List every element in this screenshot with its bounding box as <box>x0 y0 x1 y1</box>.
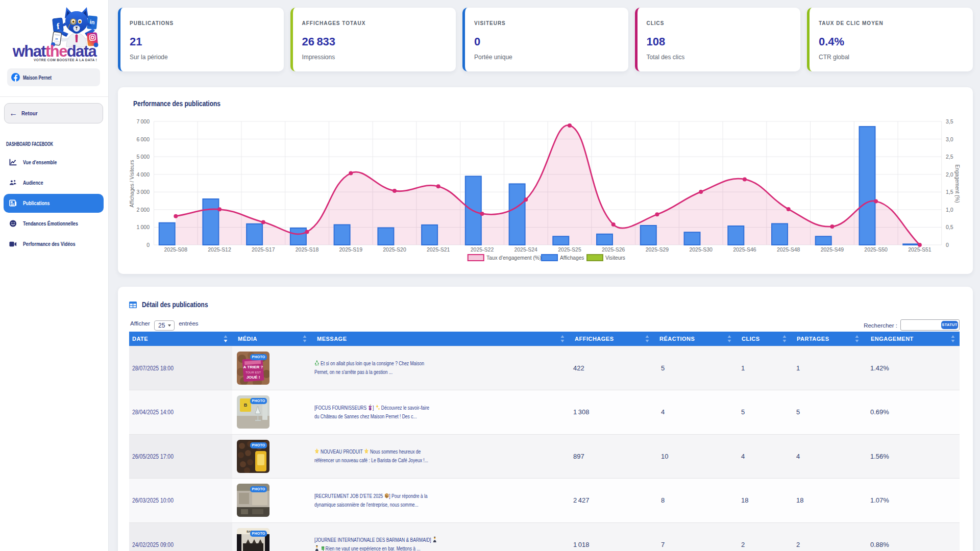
svg-text:0: 0 <box>946 242 949 248</box>
svg-text:2025-S51: 2025-S51 <box>908 246 932 253</box>
svg-text:JOUÉ !: JOUÉ ! <box>247 375 260 380</box>
svg-text:2025-S46: 2025-S46 <box>733 246 756 253</box>
svg-text:A TRIER ?: A TRIER ? <box>243 365 263 369</box>
svg-text:4 000: 4 000 <box>137 171 150 178</box>
svg-text:2025-S48: 2025-S48 <box>777 246 800 253</box>
svg-text:Affichages: Affichages <box>560 255 584 261</box>
svg-text:2,0: 2,0 <box>946 171 953 178</box>
svg-text:Visiteurs: Visiteurs <box>605 255 625 261</box>
svg-text:0,5: 0,5 <box>946 224 953 230</box>
svg-text:2025-S22: 2025-S22 <box>471 246 494 253</box>
svg-text:3 000: 3 000 <box>137 189 150 195</box>
svg-text:7 000: 7 000 <box>137 118 150 124</box>
svg-text:0: 0 <box>146 242 150 248</box>
svg-text:5 000: 5 000 <box>137 154 150 160</box>
svg-text:2025-S25: 2025-S25 <box>558 246 581 253</box>
svg-text:B: B <box>244 403 248 408</box>
svg-text:2025-S50: 2025-S50 <box>864 246 888 253</box>
svg-text:2025-S21: 2025-S21 <box>427 246 450 253</box>
svg-text:2025-S17: 2025-S17 <box>252 246 275 253</box>
svg-text:2025-S12: 2025-S12 <box>208 246 231 253</box>
svg-text:2025-S18: 2025-S18 <box>296 246 319 253</box>
svg-text:Engagement (%): Engagement (%) <box>954 164 960 203</box>
svg-text:2025-S20: 2025-S20 <box>383 246 406 253</box>
svg-text:2025-S24: 2025-S24 <box>514 246 537 253</box>
svg-text:2 000: 2 000 <box>137 207 150 213</box>
svg-text:2025-S26: 2025-S26 <box>602 246 625 253</box>
svg-text:3,0: 3,0 <box>946 136 953 142</box>
svg-text:6 000: 6 000 <box>137 136 150 142</box>
svg-text:Taux d'engagement (%): Taux d'engagement (%) <box>486 255 541 261</box>
svg-text:2025-S08: 2025-S08 <box>164 246 188 253</box>
svg-text:1 000: 1 000 <box>137 224 150 230</box>
svg-text:2025-S30: 2025-S30 <box>689 246 713 253</box>
svg-text:Affichages / Visiteurs: Affichages / Visiteurs <box>129 160 135 207</box>
svg-text:2025-S29: 2025-S29 <box>646 246 669 253</box>
svg-text:1,0: 1,0 <box>946 207 953 213</box>
svg-text:2025-S19: 2025-S19 <box>339 246 363 253</box>
svg-text:2025-S49: 2025-S49 <box>821 246 844 253</box>
svg-text:2,5: 2,5 <box>946 154 953 160</box>
svg-text:TOUR EST: TOUR EST <box>246 371 261 374</box>
svg-text:1,5: 1,5 <box>946 189 953 195</box>
svg-text:3,5: 3,5 <box>946 118 953 124</box>
